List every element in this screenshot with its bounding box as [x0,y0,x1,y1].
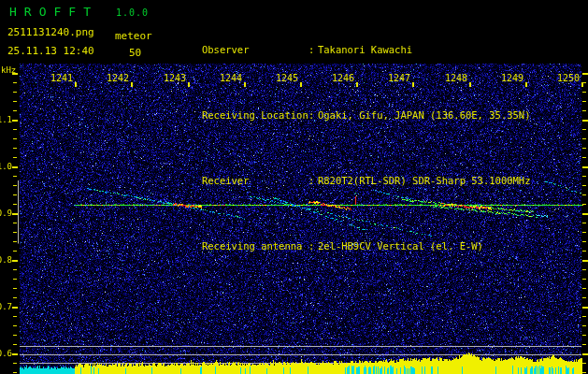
time-tick-label: 1241 [50,74,73,83]
info-row-receiver: Receiver:R820T2(RTL-SDR) SDR-Sharp 53.10… [166,161,531,200]
info-value: R820T2(RTL-SDR) SDR-Sharp 53.1000MHz [318,174,531,187]
info-value: Takanori Kawachi [318,43,412,56]
meteor-count: 50 [129,47,141,59]
freq-tick-label: 0.6 [0,350,12,358]
freq-tick-label: 0.8 [0,256,12,265]
info-label: Receiving Location [202,108,308,122]
info-row-antenna: Receiving antenna:2el-HB9CV Vertical (el… [166,226,531,266]
time-tick-label: 1246 [331,74,354,83]
info-value: 2el-HB9CV Vertical (el. E-W) [318,239,483,252]
time-tick-label: 1242 [106,74,129,83]
info-separator: : [308,174,318,187]
info-label: Receiver [202,174,308,187]
time-tick-label: 1245 [275,74,298,83]
time-tick-label: 1247 [387,74,410,83]
app-version: 1.0.0 [116,7,149,18]
time-tick-label: 1244 [219,74,242,83]
freq-tick-label: 1.1 [0,116,12,124]
info-row-observer: Observer:Takanori Kawachi [166,30,531,69]
y-axis-unit-label: kHz [1,65,16,75]
time-tick-label: 1248 [444,74,467,83]
info-value: Ogaki, Gifu, JAPAN (136.60E, 35.35N) [318,108,531,122]
info-label: Observer [202,43,308,56]
freq-tick-label: 0.9 [0,209,12,218]
info-label: Receiving antenna [202,239,308,252]
mode-label: meteor [115,30,152,42]
info-separator: : [308,43,318,56]
info-row-location: Receiving Location:Ogaki, Gifu, JAPAN (1… [166,95,531,135]
app-title: HROFFT [9,5,98,19]
station-info: Observer:Takanori Kawachi Receiving Loca… [166,4,531,292]
freq-tick-label: 1.0 [0,163,12,171]
output-filename: 2511131240.png [7,26,94,38]
datetime-label: 25.11.13 12:40 [7,45,94,57]
info-separator: : [308,239,318,252]
info-separator: : [308,108,318,122]
time-tick-label: 1249 [500,74,523,83]
hrofft-screen: HROFFT 1.0.0 2511131240.png meteor 25.11… [0,0,588,374]
time-tick-label: 1243 [163,74,186,83]
time-tick-label: 1250 [556,74,580,83]
freq-tick-label: 0.7 [0,303,12,311]
